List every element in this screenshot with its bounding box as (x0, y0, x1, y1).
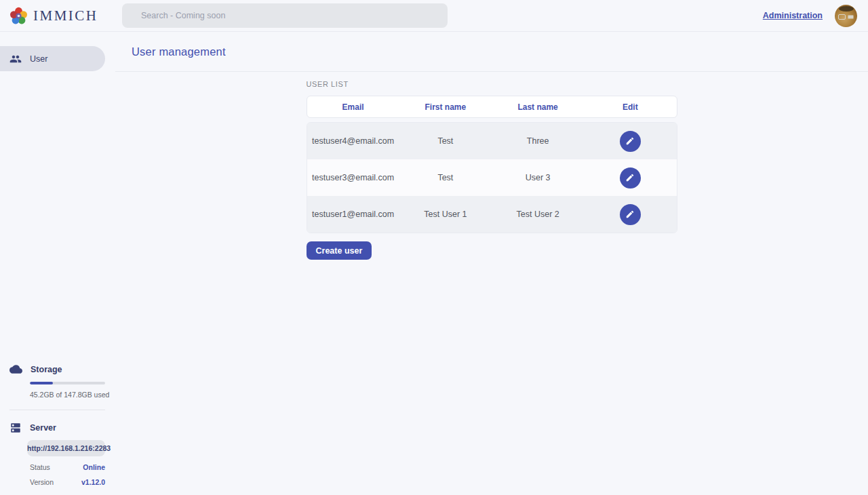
sidebar-divider (9, 410, 105, 410)
column-header-edit: Edit (584, 102, 676, 112)
column-header-email: Email (307, 102, 399, 112)
table-row: testuser3@email.com Test User 3 (307, 159, 677, 196)
status-label: Status (30, 463, 50, 471)
cell-email: testuser1@email.com (307, 210, 399, 219)
sidebar-item-user[interactable]: User (0, 46, 105, 71)
cell-last-name: Three (492, 136, 584, 146)
top-bar: IMMICH Administration (0, 0, 868, 32)
table-row: testuser4@email.com Test Three (307, 123, 677, 159)
storage-progress-bar (30, 382, 105, 384)
sidebar-status-panel: Storage 45.2GB of 147.8GB used Server ht… (0, 363, 115, 495)
cell-first-name: Test (399, 173, 492, 182)
server-icon (9, 422, 22, 434)
page-title: User management (132, 45, 226, 58)
pencil-icon (625, 210, 635, 219)
table-header-row: Email First name Last name Edit (307, 96, 677, 118)
cell-email: testuser3@email.com (307, 173, 399, 182)
server-url-badge: http://192.168.1.216:2283 (27, 440, 105, 456)
cell-first-name: Test (399, 136, 492, 146)
column-header-first-name: First name (399, 102, 492, 112)
user-list-label: USER LIST (307, 80, 677, 88)
user-table: testuser4@email.com Test Three (307, 122, 677, 233)
immich-logo-icon (9, 7, 28, 25)
edit-user-button[interactable] (620, 131, 641, 152)
version-value: v1.12.0 (81, 478, 105, 486)
pencil-icon (625, 173, 635, 182)
brand-wordmark: IMMICH (33, 7, 98, 24)
cell-last-name: Test User 2 (492, 210, 584, 219)
server-version-row: Version v1.12.0 (30, 478, 105, 486)
server-title: Server (30, 423, 56, 433)
sidebar: User Storage 45.2GB of 147.8GB used (0, 32, 115, 495)
table-row: testuser1@email.com Test User 1 Test Use… (307, 196, 677, 233)
administration-link[interactable]: Administration (763, 11, 823, 20)
storage-section-header: Storage (9, 363, 105, 376)
user-avatar[interactable] (835, 5, 857, 27)
storage-title: Storage (31, 365, 62, 374)
version-label: Version (30, 478, 54, 486)
cell-email: testuser4@email.com (307, 136, 399, 146)
column-header-last-name: Last name (492, 102, 584, 112)
cell-last-name: User 3 (492, 173, 584, 182)
users-group-icon (9, 53, 22, 65)
search-input[interactable] (122, 3, 448, 28)
storage-usage-text: 45.2GB of 147.8GB used (30, 391, 105, 399)
create-user-button[interactable]: Create user (307, 241, 372, 260)
cell-first-name: Test User 1 (399, 210, 492, 219)
status-value: Online (83, 463, 105, 471)
sidebar-item-user-label: User (30, 54, 47, 64)
server-status-row: Status Online (30, 463, 105, 471)
main-header: User management (115, 32, 868, 72)
storage-progress-fill (30, 382, 53, 384)
edit-user-button[interactable] (620, 167, 641, 189)
edit-user-button[interactable] (620, 204, 641, 225)
brand[interactable]: IMMICH (0, 7, 113, 25)
main-content: User management USER LIST Email First na… (115, 32, 868, 495)
server-section-header: Server (9, 422, 105, 434)
pencil-icon (625, 136, 635, 146)
cloud-icon (9, 363, 22, 376)
